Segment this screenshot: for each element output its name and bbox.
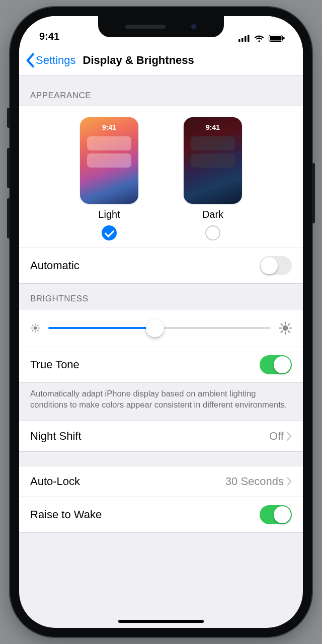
- svg-line-22: [288, 331, 290, 333]
- true-tone-label: True Tone: [30, 358, 79, 371]
- raise-to-wake-row: Raise to Wake: [19, 497, 303, 532]
- appearance-radio-light[interactable]: [102, 225, 117, 240]
- back-button[interactable]: Settings: [19, 53, 76, 67]
- chevron-left-icon: [26, 53, 35, 67]
- svg-point-16: [283, 326, 288, 331]
- light-mode-preview: 9:41: [80, 117, 138, 204]
- navigation-bar: Settings Display & Brightness: [19, 45, 303, 75]
- front-camera: [191, 24, 197, 30]
- spacer: [19, 452, 303, 466]
- appearance-group: 9:41 Light 9:41 Dark: [19, 106, 303, 284]
- auto-lock-row[interactable]: Auto-Lock 30 Seconds: [19, 466, 303, 497]
- screen: 9:41 Settings Display & Brightness APPEA…: [19, 16, 303, 628]
- svg-line-24: [288, 324, 290, 326]
- preview-widget: [87, 153, 131, 168]
- brightness-section-header: BRIGHTNESS: [19, 284, 303, 309]
- appearance-option-label: Dark: [202, 209, 223, 220]
- notch: [98, 16, 224, 37]
- svg-line-14: [32, 330, 33, 331]
- more-group: Auto-Lock 30 Seconds Raise to Wake: [19, 466, 303, 533]
- night-shift-group: Night Shift Off: [19, 421, 303, 452]
- svg-rect-0: [238, 39, 240, 42]
- back-label: Settings: [36, 54, 76, 67]
- night-shift-row[interactable]: Night Shift Off: [19, 421, 303, 451]
- earpiece: [125, 25, 166, 29]
- night-shift-value: Off: [269, 430, 284, 443]
- true-tone-row: True Tone: [19, 347, 303, 382]
- true-tone-toggle[interactable]: [260, 355, 292, 374]
- content[interactable]: APPEARANCE 9:41 Light 9:41: [19, 75, 303, 628]
- brightness-slider-row: [19, 309, 303, 347]
- page-title: Display & Brightness: [83, 54, 194, 67]
- dark-mode-preview: 9:41: [184, 117, 242, 204]
- preview-time: 9:41: [80, 123, 138, 131]
- auto-lock-value: 30 Seconds: [225, 475, 284, 488]
- volume-up-button[interactable]: [7, 148, 10, 188]
- preview-widget: [191, 153, 235, 168]
- slider-thumb[interactable]: [146, 319, 164, 337]
- raise-to-wake-toggle[interactable]: [260, 505, 292, 524]
- svg-rect-5: [270, 36, 282, 41]
- svg-rect-3: [248, 35, 250, 42]
- sun-small-icon: [30, 323, 40, 333]
- raise-to-wake-label: Raise to Wake: [30, 508, 102, 521]
- volume-down-button[interactable]: [7, 198, 10, 238]
- cellular-icon: [238, 35, 250, 42]
- brightness-group: True Tone: [19, 309, 303, 383]
- svg-line-21: [281, 324, 283, 326]
- preview-widget: [191, 136, 235, 150]
- preview-time: 9:41: [184, 123, 242, 131]
- svg-line-12: [32, 325, 33, 326]
- automatic-toggle[interactable]: [260, 256, 292, 275]
- appearance-option-dark[interactable]: 9:41 Dark: [184, 117, 242, 240]
- phone-frame: 9:41 Settings Display & Brightness APPEA…: [10, 7, 312, 637]
- appearance-option-label: Light: [98, 209, 120, 220]
- svg-line-15: [37, 325, 38, 326]
- power-button[interactable]: [312, 163, 315, 223]
- auto-lock-label: Auto-Lock: [30, 475, 80, 488]
- appearance-section-header: APPEARANCE: [19, 75, 303, 106]
- preview-widget: [87, 136, 131, 150]
- chevron-right-icon: [287, 477, 292, 486]
- status-time: 9:41: [39, 31, 59, 42]
- automatic-label: Automatic: [30, 259, 79, 272]
- home-indicator[interactable]: [118, 620, 204, 623]
- automatic-row: Automatic: [19, 248, 303, 283]
- sun-large-icon: [279, 321, 292, 335]
- battery-icon: [269, 35, 285, 42]
- svg-line-23: [281, 331, 283, 333]
- true-tone-footer: Automatically adapt iPhone display based…: [19, 383, 303, 421]
- svg-point-7: [34, 327, 37, 330]
- brightness-slider[interactable]: [48, 319, 271, 337]
- appearance-option-light[interactable]: 9:41 Light: [80, 117, 138, 240]
- chevron-right-icon: [287, 432, 292, 441]
- mute-switch[interactable]: [7, 108, 10, 128]
- slider-fill: [48, 327, 155, 329]
- appearance-radio-dark[interactable]: [205, 225, 220, 240]
- svg-rect-6: [283, 37, 285, 40]
- night-shift-label: Night Shift: [30, 430, 82, 443]
- svg-rect-2: [245, 36, 247, 42]
- wifi-icon: [254, 34, 265, 42]
- svg-rect-1: [242, 38, 244, 42]
- svg-line-13: [37, 330, 38, 331]
